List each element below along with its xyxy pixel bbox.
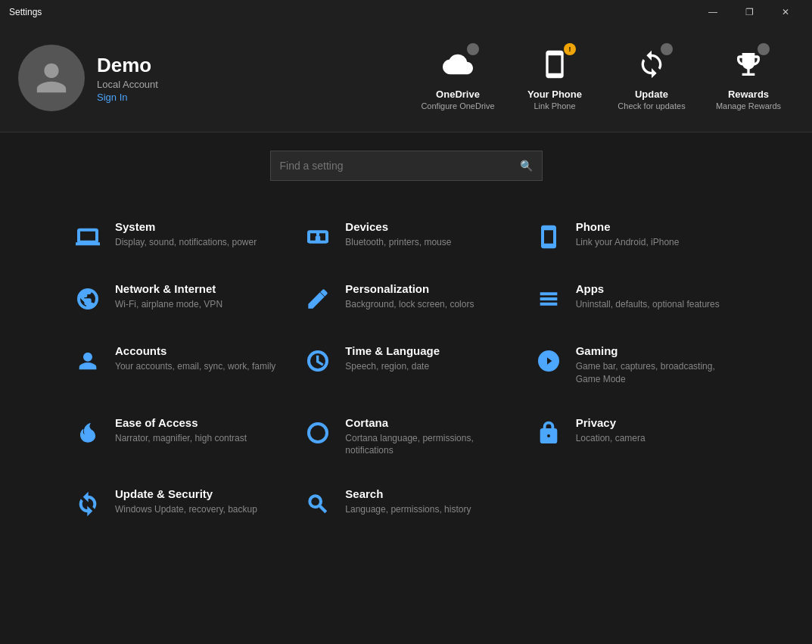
minimize-button[interactable]: — <box>695 0 730 24</box>
search-container: 🔍 <box>0 151 812 181</box>
privacy-title: Privacy <box>576 416 646 429</box>
time-icon <box>303 346 333 376</box>
phone-subtitle: Link Phone <box>534 101 575 110</box>
user-section: Demo Local Account Sign In <box>18 45 185 111</box>
settings-grid: System Display, sound, notifications, po… <box>0 205 812 534</box>
updatesecurity-title: Update & Security <box>115 487 257 500</box>
app-title: Settings <box>9 7 42 17</box>
maximize-button[interactable]: ❐ <box>732 0 767 24</box>
apps-text: Apps Uninstall, defaults, optional featu… <box>576 282 720 311</box>
personalization-icon <box>303 284 333 314</box>
search-setting-desc: Language, permissions, history <box>345 503 471 516</box>
phone-action[interactable]: ! Your Phone Link Phone <box>509 36 600 120</box>
updatesecurity-icon <box>73 489 103 519</box>
setting-item-privacy[interactable]: Privacy Location, camera <box>521 401 751 473</box>
accounts-text: Accounts Your accounts, email, sync, wor… <box>115 344 275 373</box>
setting-item-gaming[interactable]: Gaming Game bar, captures, broadcasting,… <box>521 329 751 401</box>
cortana-title: Cortana <box>345 416 509 429</box>
search-setting-icon <box>303 489 333 519</box>
network-text: Network & Internet Wi-Fi, airplane mode,… <box>115 282 222 311</box>
cortana-text: Cortana Cortana language, permissions, n… <box>345 416 509 458</box>
gaming-desc: Game bar, captures, broadcasting, Game M… <box>576 360 739 386</box>
close-button[interactable]: ✕ <box>768 0 803 24</box>
time-title: Time & Language <box>345 344 440 357</box>
setting-item-network[interactable]: Network & Internet Wi-Fi, airplane mode,… <box>61 267 291 329</box>
title-bar: Settings — ❐ ✕ <box>0 0 812 24</box>
devices-desc: Bluetooth, printers, mouse <box>345 236 451 249</box>
search-setting-text: Search Language, permissions, history <box>345 487 471 516</box>
setting-item-accounts[interactable]: Accounts Your accounts, email, sync, wor… <box>61 329 291 401</box>
privacy-desc: Location, camera <box>576 432 646 445</box>
setting-item-updatesecurity[interactable]: Update & Security Windows Update, recove… <box>61 472 291 534</box>
rewards-subtitle: Manage Rewards <box>716 101 781 110</box>
user-info: Demo Local Account Sign In <box>97 54 158 103</box>
apps-title: Apps <box>576 282 720 295</box>
user-name: Demo <box>97 54 158 77</box>
cortana-icon <box>303 418 333 448</box>
updatesecurity-desc: Windows Update, recovery, backup <box>115 503 257 516</box>
phone-setting-icon <box>534 222 564 252</box>
rewards-action[interactable]: Rewards Manage Rewards <box>703 36 794 120</box>
updatesecurity-text: Update & Security Windows Update, recove… <box>115 487 257 516</box>
phone-title: Your Phone <box>527 89 582 100</box>
privacy-icon <box>534 418 564 448</box>
network-icon <box>73 284 103 314</box>
gaming-title: Gaming <box>576 344 739 357</box>
gaming-icon <box>534 346 564 376</box>
header: Demo Local Account Sign In OneDrive Conf… <box>0 24 812 132</box>
update-subtitle: Check for updates <box>618 101 685 110</box>
phone-setting-text: Phone Link your Android, iPhone <box>576 220 680 249</box>
ease-text: Ease of Access Narrator, magnifier, high… <box>115 416 247 445</box>
accounts-desc: Your accounts, email, sync, work, family <box>115 360 275 373</box>
accounts-title: Accounts <box>115 344 275 357</box>
setting-item-time[interactable]: Time & Language Speech, region, date <box>291 329 521 401</box>
setting-item-search[interactable]: Search Language, permissions, history <box>291 472 521 534</box>
setting-item-ease[interactable]: Ease of Access Narrator, magnifier, high… <box>61 401 291 473</box>
cortana-desc: Cortana language, permissions, notificat… <box>345 432 509 458</box>
phone-icon: ! <box>537 46 573 82</box>
privacy-text: Privacy Location, camera <box>576 416 646 445</box>
window-controls: — ❐ ✕ <box>695 0 803 24</box>
rewards-badge <box>758 43 770 55</box>
setting-item-cortana[interactable]: Cortana Cortana language, permissions, n… <box>291 401 521 473</box>
ease-title: Ease of Access <box>115 416 247 429</box>
onedrive-title: OneDrive <box>436 89 480 100</box>
gaming-text: Gaming Game bar, captures, broadcasting,… <box>576 344 739 386</box>
update-action[interactable]: Update Check for updates <box>606 36 697 120</box>
phone-setting-desc: Link your Android, iPhone <box>576 236 680 249</box>
search-icon[interactable]: 🔍 <box>520 160 533 172</box>
update-title: Update <box>635 89 668 100</box>
setting-item-apps[interactable]: Apps Uninstall, defaults, optional featu… <box>521 267 751 329</box>
system-icon <box>73 222 103 252</box>
devices-text: Devices Bluetooth, printers, mouse <box>345 220 451 249</box>
apps-icon <box>534 284 564 314</box>
time-text: Time & Language Speech, region, date <box>345 344 440 373</box>
search-input[interactable] <box>280 160 520 172</box>
apps-desc: Uninstall, defaults, optional features <box>576 298 720 311</box>
system-text: System Display, sound, notifications, po… <box>115 220 257 249</box>
phone-setting-title: Phone <box>576 220 680 233</box>
user-account-type: Local Account <box>97 79 158 90</box>
ease-icon <box>73 418 103 448</box>
network-desc: Wi-Fi, airplane mode, VPN <box>115 298 222 311</box>
update-badge <box>661 43 673 55</box>
devices-icon <box>303 222 333 252</box>
setting-item-devices[interactable]: Devices Bluetooth, printers, mouse <box>291 205 521 267</box>
setting-item-phone[interactable]: Phone Link your Android, iPhone <box>521 205 751 267</box>
system-title: System <box>115 220 257 233</box>
personalization-text: Personalization Background, lock screen,… <box>345 282 474 311</box>
onedrive-action[interactable]: OneDrive Configure OneDrive <box>412 36 503 120</box>
system-desc: Display, sound, notifications, power <box>115 236 257 249</box>
avatar <box>18 45 85 111</box>
setting-item-personalization[interactable]: Personalization Background, lock screen,… <box>291 267 521 329</box>
search-box[interactable]: 🔍 <box>270 151 543 181</box>
onedrive-subtitle: Configure OneDrive <box>421 101 494 110</box>
time-desc: Speech, region, date <box>345 360 440 373</box>
setting-item-system[interactable]: System Display, sound, notifications, po… <box>61 205 291 267</box>
onedrive-badge <box>467 43 479 55</box>
personalization-desc: Background, lock screen, colors <box>345 298 474 311</box>
sign-in-link[interactable]: Sign In <box>97 92 158 103</box>
devices-title: Devices <box>345 220 451 233</box>
personalization-title: Personalization <box>345 282 474 295</box>
onedrive-icon <box>440 46 476 82</box>
